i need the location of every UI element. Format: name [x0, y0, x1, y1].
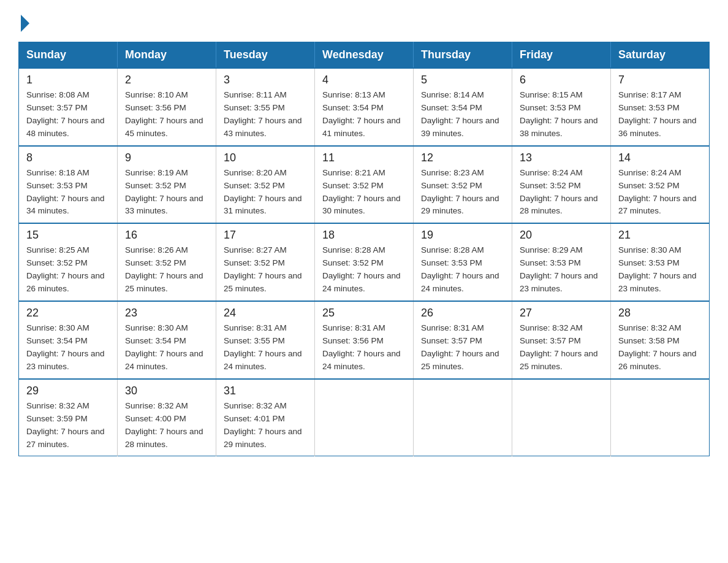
day-number: 13	[520, 151, 603, 164]
calendar-week-row: 8 Sunrise: 8:18 AMSunset: 3:53 PMDayligh…	[19, 146, 710, 224]
day-info: Sunrise: 8:30 AMSunset: 3:53 PMDaylight:…	[618, 244, 702, 296]
day-info: Sunrise: 8:28 AMSunset: 3:52 PMDaylight:…	[322, 244, 406, 296]
day-of-week-header: Saturday	[611, 42, 710, 69]
day-number: 5	[421, 74, 504, 86]
day-info: Sunrise: 8:32 AMSunset: 3:57 PMDaylight:…	[520, 322, 603, 373]
day-info: Sunrise: 8:28 AMSunset: 3:53 PMDaylight:…	[421, 244, 504, 296]
day-number: 31	[224, 385, 307, 397]
day-info: Sunrise: 8:29 AMSunset: 3:53 PMDaylight:…	[520, 244, 603, 296]
day-number: 18	[322, 229, 406, 242]
logo-arrow-icon	[21, 15, 29, 32]
calendar-day-cell: 25 Sunrise: 8:31 AMSunset: 3:56 PMDaylig…	[315, 301, 414, 379]
day-number: 19	[421, 229, 504, 242]
calendar-day-cell: 23 Sunrise: 8:30 AMSunset: 3:54 PMDaylig…	[118, 301, 216, 379]
day-info: Sunrise: 8:32 AMSunset: 4:00 PMDaylight:…	[125, 400, 208, 451]
day-number: 12	[421, 151, 504, 164]
calendar-day-cell: 8 Sunrise: 8:18 AMSunset: 3:53 PMDayligh…	[19, 146, 118, 224]
day-number: 4	[322, 74, 406, 86]
calendar-day-cell	[315, 379, 414, 456]
day-number: 23	[125, 307, 208, 320]
day-number: 2	[125, 74, 208, 86]
calendar-day-cell: 14 Sunrise: 8:24 AMSunset: 3:52 PMDaylig…	[611, 146, 710, 224]
day-info: Sunrise: 8:32 AMSunset: 3:58 PMDaylight:…	[618, 322, 702, 373]
day-number: 11	[322, 151, 406, 164]
calendar-day-cell: 28 Sunrise: 8:32 AMSunset: 3:58 PMDaylig…	[611, 301, 710, 379]
day-info: Sunrise: 8:26 AMSunset: 3:52 PMDaylight:…	[125, 244, 208, 296]
day-info: Sunrise: 8:24 AMSunset: 3:52 PMDaylight:…	[618, 167, 702, 218]
day-info: Sunrise: 8:18 AMSunset: 3:53 PMDaylight:…	[26, 167, 110, 218]
calendar-day-cell: 29 Sunrise: 8:32 AMSunset: 3:59 PMDaylig…	[19, 379, 118, 456]
day-of-week-header: Tuesday	[216, 42, 315, 69]
calendar-day-cell: 15 Sunrise: 8:25 AMSunset: 3:52 PMDaylig…	[19, 223, 118, 301]
day-number: 26	[421, 307, 504, 320]
day-info: Sunrise: 8:31 AMSunset: 3:55 PMDaylight:…	[224, 322, 307, 373]
day-number: 8	[26, 151, 110, 164]
day-info: Sunrise: 8:10 AMSunset: 3:56 PMDaylight:…	[125, 89, 208, 140]
day-info: Sunrise: 8:25 AMSunset: 3:52 PMDaylight:…	[26, 244, 110, 296]
calendar-day-cell: 26 Sunrise: 8:31 AMSunset: 3:57 PMDaylig…	[414, 301, 512, 379]
day-number: 22	[26, 307, 110, 320]
day-of-week-header: Wednesday	[315, 42, 414, 69]
day-number: 29	[26, 385, 110, 397]
day-of-week-header: Monday	[118, 42, 216, 69]
calendar-week-row: 15 Sunrise: 8:25 AMSunset: 3:52 PMDaylig…	[19, 223, 710, 301]
calendar-day-cell: 30 Sunrise: 8:32 AMSunset: 4:00 PMDaylig…	[118, 379, 216, 456]
calendar-day-cell: 16 Sunrise: 8:26 AMSunset: 3:52 PMDaylig…	[118, 223, 216, 301]
day-info: Sunrise: 8:15 AMSunset: 3:53 PMDaylight:…	[520, 89, 603, 140]
day-info: Sunrise: 8:19 AMSunset: 3:52 PMDaylight:…	[125, 167, 208, 218]
day-number: 16	[125, 229, 208, 242]
day-number: 1	[26, 74, 110, 86]
day-number: 21	[618, 229, 702, 242]
day-number: 7	[618, 74, 702, 86]
day-number: 15	[26, 229, 110, 242]
day-info: Sunrise: 8:11 AMSunset: 3:55 PMDaylight:…	[224, 89, 307, 140]
day-info: Sunrise: 8:14 AMSunset: 3:54 PMDaylight:…	[421, 89, 504, 140]
calendar-day-cell: 6 Sunrise: 8:15 AMSunset: 3:53 PMDayligh…	[512, 68, 611, 146]
calendar-day-cell: 27 Sunrise: 8:32 AMSunset: 3:57 PMDaylig…	[512, 301, 611, 379]
calendar-day-cell: 22 Sunrise: 8:30 AMSunset: 3:54 PMDaylig…	[19, 301, 118, 379]
day-number: 3	[224, 74, 307, 86]
calendar-day-cell	[512, 379, 611, 456]
page-header	[18, 12, 710, 29]
day-info: Sunrise: 8:32 AMSunset: 3:59 PMDaylight:…	[26, 400, 110, 451]
day-info: Sunrise: 8:23 AMSunset: 3:52 PMDaylight:…	[421, 167, 504, 218]
calendar-day-cell: 12 Sunrise: 8:23 AMSunset: 3:52 PMDaylig…	[414, 146, 512, 224]
calendar-day-cell: 31 Sunrise: 8:32 AMSunset: 4:01 PMDaylig…	[216, 379, 315, 456]
day-info: Sunrise: 8:30 AMSunset: 3:54 PMDaylight:…	[26, 322, 110, 373]
calendar-week-row: 29 Sunrise: 8:32 AMSunset: 3:59 PMDaylig…	[19, 379, 710, 456]
day-number: 27	[520, 307, 603, 320]
calendar-day-cell: 21 Sunrise: 8:30 AMSunset: 3:53 PMDaylig…	[611, 223, 710, 301]
calendar-day-cell	[414, 379, 512, 456]
day-number: 14	[618, 151, 702, 164]
calendar-day-cell: 17 Sunrise: 8:27 AMSunset: 3:52 PMDaylig…	[216, 223, 315, 301]
day-info: Sunrise: 8:32 AMSunset: 4:01 PMDaylight:…	[224, 400, 307, 451]
calendar-day-cell: 20 Sunrise: 8:29 AMSunset: 3:53 PMDaylig…	[512, 223, 611, 301]
day-info: Sunrise: 8:31 AMSunset: 3:56 PMDaylight:…	[322, 322, 406, 373]
calendar-day-cell	[611, 379, 710, 456]
day-number: 6	[520, 74, 603, 86]
day-number: 20	[520, 229, 603, 242]
day-info: Sunrise: 8:21 AMSunset: 3:52 PMDaylight:…	[322, 167, 406, 218]
calendar-day-cell: 11 Sunrise: 8:21 AMSunset: 3:52 PMDaylig…	[315, 146, 414, 224]
calendar-day-cell: 24 Sunrise: 8:31 AMSunset: 3:55 PMDaylig…	[216, 301, 315, 379]
calendar-day-cell: 2 Sunrise: 8:10 AMSunset: 3:56 PMDayligh…	[118, 68, 216, 146]
day-info: Sunrise: 8:24 AMSunset: 3:52 PMDaylight:…	[520, 167, 603, 218]
calendar-day-cell: 1 Sunrise: 8:08 AMSunset: 3:57 PMDayligh…	[19, 68, 118, 146]
day-of-week-header: Thursday	[414, 42, 512, 69]
day-number: 28	[618, 307, 702, 320]
calendar-day-cell: 18 Sunrise: 8:28 AMSunset: 3:52 PMDaylig…	[315, 223, 414, 301]
calendar-day-cell: 13 Sunrise: 8:24 AMSunset: 3:52 PMDaylig…	[512, 146, 611, 224]
calendar-day-cell: 7 Sunrise: 8:17 AMSunset: 3:53 PMDayligh…	[611, 68, 710, 146]
day-info: Sunrise: 8:13 AMSunset: 3:54 PMDaylight:…	[322, 89, 406, 140]
day-number: 24	[224, 307, 307, 320]
day-of-week-header: Sunday	[19, 42, 118, 69]
calendar-day-cell: 5 Sunrise: 8:14 AMSunset: 3:54 PMDayligh…	[414, 68, 512, 146]
day-number: 9	[125, 151, 208, 164]
calendar-table: SundayMondayTuesdayWednesdayThursdayFrid…	[18, 42, 710, 456]
day-number: 30	[125, 385, 208, 397]
calendar-day-cell: 3 Sunrise: 8:11 AMSunset: 3:55 PMDayligh…	[216, 68, 315, 146]
day-info: Sunrise: 8:17 AMSunset: 3:53 PMDaylight:…	[618, 89, 702, 140]
day-info: Sunrise: 8:20 AMSunset: 3:52 PMDaylight:…	[224, 167, 307, 218]
calendar-day-cell: 19 Sunrise: 8:28 AMSunset: 3:53 PMDaylig…	[414, 223, 512, 301]
day-of-week-header: Friday	[512, 42, 611, 69]
